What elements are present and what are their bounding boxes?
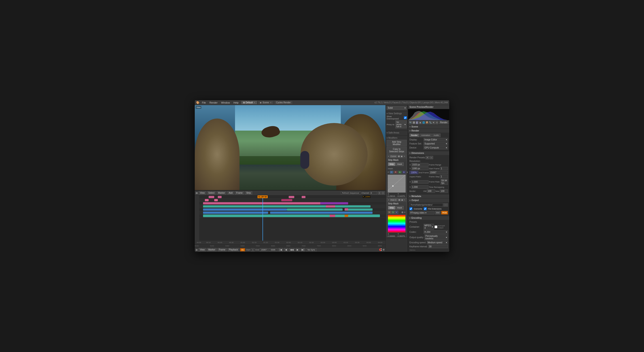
percent-value[interactable]: 100% — [410, 171, 418, 174]
timeline-btn-2[interactable]: ⟩ — [382, 192, 384, 194]
clip-blue-1[interactable] — [203, 208, 287, 211]
container-dropdown[interactable]: MPEG-4 ▾ — [424, 224, 434, 230]
clip-b-1[interactable] — [281, 199, 292, 201]
settings-icon[interactable]: ⚙ — [382, 248, 384, 251]
channel-dropdown[interactable]: Render — [439, 121, 448, 124]
animation-tab[interactable]: Animation — [420, 134, 432, 137]
s-btn[interactable]: S — [392, 211, 395, 214]
tab-scene[interactable]: ◈ Scene ✕ — [258, 101, 274, 104]
curve-mask-btn[interactable]: Mask — [396, 162, 404, 166]
playback-marker-btn[interactable]: Marker — [207, 248, 217, 251]
render-tab[interactable]: Render — [410, 134, 419, 137]
hue-icon-1[interactable]: ⊞ — [398, 199, 401, 201]
next-frame-btn[interactable]: ▶| — [300, 248, 305, 251]
presets-add-btn[interactable]: + — [426, 156, 429, 159]
clip-blue-2[interactable] — [203, 212, 268, 214]
physics-icon[interactable]: ⚛ — [436, 121, 438, 124]
timeline-strip-btn[interactable]: Strip — [245, 191, 252, 194]
menu-file[interactable]: File — [201, 101, 207, 104]
clip-o-1[interactable] — [320, 202, 348, 204]
file-ext-checkbox[interactable] — [424, 207, 427, 210]
safe-areas-title[interactable]: Safe Areas — [386, 132, 407, 134]
tab-close-default[interactable]: ✕ — [254, 102, 255, 104]
audio-tab[interactable]: Audio — [432, 134, 440, 137]
scene-icon[interactable]: ◈ — [419, 121, 422, 124]
curve-graph[interactable] — [388, 175, 406, 192]
hue-icon-2[interactable]: ◈ — [401, 199, 404, 201]
aspect-x-val[interactable]: 1.000 — [411, 180, 428, 184]
cam-icon[interactable]: 📷 — [409, 121, 412, 124]
autosplit-checkbox[interactable] — [434, 226, 438, 228]
hue-close-btn[interactable]: ✕ — [404, 199, 406, 201]
presets-remove-btn[interactable]: – — [430, 156, 433, 159]
clip-p-2[interactable] — [344, 208, 348, 210]
curve-icon-1[interactable]: ⊞ — [398, 155, 400, 158]
clip-teal-long[interactable] — [203, 214, 380, 217]
snap-icon[interactable]: 🧲 — [379, 248, 382, 251]
timeline-marker-btn[interactable]: Marker — [217, 191, 226, 194]
aspect-y-val[interactable]: 1.000 — [411, 186, 428, 189]
start-frame-value[interactable]: 1 — [440, 167, 448, 170]
copy-to-selected-btn[interactable]: Copy to Selected Strips — [386, 147, 407, 154]
frame-step-val[interactable]: 1 — [440, 175, 448, 178]
no-sync-btn[interactable]: No Sync — [306, 248, 317, 251]
v-btn[interactable]: V — [395, 211, 398, 214]
menu-help[interactable]: Help — [232, 101, 240, 104]
codec-dropdown[interactable]: H.264 ▾ — [424, 230, 448, 234]
output-header[interactable]: Output — [408, 198, 449, 202]
channel-input[interactable] — [370, 192, 377, 194]
overwrite-checkbox[interactable] — [410, 207, 412, 210]
dimensions-header[interactable]: Dimensions — [408, 151, 449, 155]
clip-long-1[interactable] — [203, 202, 334, 204]
clip-teal-2[interactable] — [287, 208, 343, 211]
add-modifier-btn[interactable]: Add Strip Modifier — [386, 140, 407, 146]
clip-pink-1[interactable] — [209, 196, 214, 198]
channel-r-btn[interactable]: R — [394, 171, 398, 174]
hue-expand-icon[interactable]: ▾ — [388, 199, 389, 201]
clip-pink-2[interactable] — [218, 196, 222, 198]
menu-window[interactable]: Window — [220, 101, 231, 104]
keyframe-val[interactable]: 30 — [428, 245, 448, 248]
res-y-value[interactable]: 1080 px — [411, 167, 428, 170]
particles-icon[interactable]: ✦ — [432, 121, 435, 124]
clip-p-3[interactable] — [330, 215, 335, 217]
res-x-value[interactable]: 1920 px — [411, 163, 428, 166]
render-icon[interactable]: 🖼 — [412, 121, 415, 124]
modifiers-title[interactable]: Modifiers — [386, 137, 407, 139]
curve-icon-2[interactable]: ◈ — [400, 155, 403, 158]
hsv-close-x[interactable]: ✕ — [404, 211, 406, 214]
rgb-btn[interactable]: RGB — [441, 211, 448, 214]
timeline-select-btn[interactable]: Select — [207, 191, 216, 194]
bw-btn[interactable]: BW — [435, 211, 441, 214]
world-icon[interactable]: 🌐 — [422, 121, 425, 124]
scene-section-header[interactable]: Scene — [408, 125, 449, 128]
device-dropdown[interactable]: GPU Compute ▾ — [424, 146, 448, 150]
clip-blue-3[interactable] — [270, 212, 372, 214]
playback-playback-btn[interactable]: Playback — [228, 248, 240, 251]
tab-default[interactable]: ⊞ Default ✕ — [241, 101, 258, 104]
curve-strip-btn[interactable]: Strip — [388, 162, 395, 166]
prev-keyframe-btn[interactable]: |◀ — [278, 248, 283, 251]
end-value[interactable]: 15067 — [260, 248, 268, 251]
refresh-sequencer-btn[interactable]: Refresh Sequencer — [342, 192, 359, 194]
metadata-header[interactable]: Metadata — [408, 194, 449, 198]
clip-teal-3[interactable] — [344, 208, 372, 211]
playback-frame-btn[interactable]: Frame — [218, 248, 227, 251]
framerate-val[interactable]: 59.94 fps — [440, 179, 448, 185]
curve-close-btn[interactable]: ✕ — [404, 155, 406, 158]
overexposed-checkbox[interactable] — [404, 116, 407, 119]
display-mode-dropdown[interactable]: Solid ▾ — [386, 106, 407, 110]
output-path-browse[interactable]: ⋯ — [444, 203, 448, 207]
color-wheel-display[interactable] — [388, 215, 406, 232]
viewport[interactable]: View — [195, 105, 386, 190]
modifier-icon[interactable]: 🔧 — [429, 121, 432, 124]
channel-c-btn[interactable]: C — [390, 171, 394, 174]
display-dropdown[interactable]: Image Editor ▾ — [424, 138, 448, 141]
output-path-field[interactable]: /home/baker/go/renders/ — [410, 203, 443, 207]
start-value[interactable]: 1 — [251, 248, 254, 251]
clip-teal-1[interactable] — [203, 205, 371, 208]
prev-frame-btn[interactable]: ◀ — [284, 248, 288, 251]
clip-p-1[interactable] — [326, 205, 335, 208]
play-reverse-btn[interactable]: ◀◀ — [289, 248, 295, 251]
menu-render[interactable]: Render — [208, 101, 219, 104]
